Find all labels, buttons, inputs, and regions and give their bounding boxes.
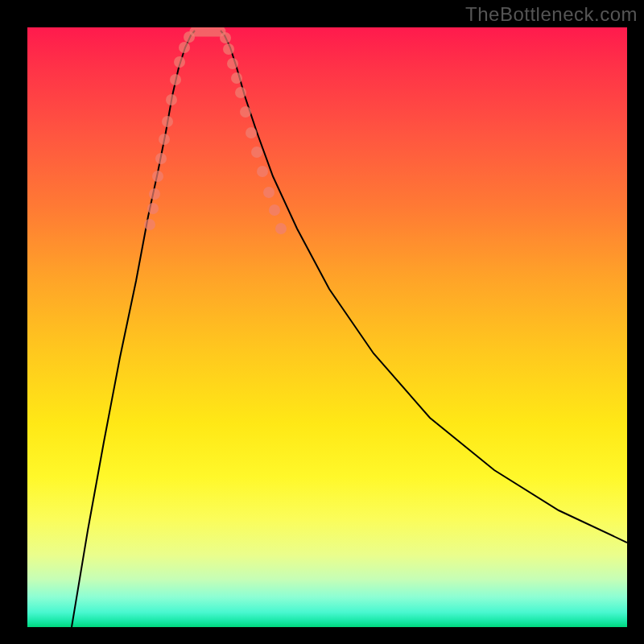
chart-canvas: TheBottleneck.com: [0, 0, 644, 644]
marker-dot: [147, 203, 159, 214]
marker-dot: [275, 223, 287, 234]
right-curve: [221, 31, 627, 543]
marker-cluster-right: [220, 32, 287, 234]
marker-dot: [235, 87, 246, 98]
marker-dot: [179, 42, 190, 53]
marker-dot: [246, 127, 257, 138]
chart-overlay: [27, 27, 627, 627]
marker-dot: [144, 219, 155, 230]
marker-dot: [231, 72, 242, 84]
marker-dot: [152, 171, 163, 182]
marker-dot: [162, 116, 173, 127]
marker-dot: [240, 106, 251, 118]
watermark-text: TheBottleneck.com: [465, 3, 638, 26]
marker-dot: [149, 188, 160, 200]
marker-dot: [166, 94, 177, 105]
marker-dot: [269, 204, 280, 216]
marker-dot: [174, 56, 185, 68]
marker-dot: [263, 187, 275, 198]
marker-dot: [220, 32, 231, 43]
marker-dot: [257, 166, 268, 177]
marker-dot: [159, 134, 170, 145]
marker-dot: [227, 58, 238, 69]
left-curve: [72, 31, 195, 627]
marker-dot: [184, 31, 195, 43]
marker-dot: [155, 153, 167, 164]
marker-dot: [251, 147, 262, 158]
plot-area: [27, 27, 627, 627]
marker-dot: [170, 74, 181, 85]
marker-dot: [223, 43, 234, 55]
